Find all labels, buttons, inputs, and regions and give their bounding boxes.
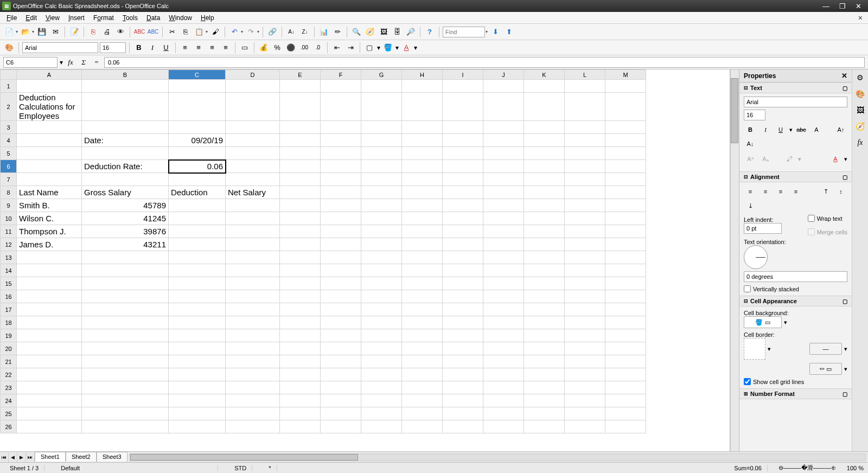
cell-I21[interactable]: [443, 355, 483, 368]
cell-C16[interactable]: [169, 290, 226, 303]
cell-L13[interactable]: [565, 251, 605, 264]
sidebar-shadow-button[interactable]: A: [810, 124, 823, 136]
cell-B4[interactable]: Date:: [82, 134, 169, 147]
cell-E12[interactable]: [280, 238, 321, 251]
cell-F10[interactable]: [321, 212, 361, 225]
cell-K2[interactable]: [524, 93, 565, 121]
cell-L6[interactable]: [565, 160, 605, 173]
cell-H16[interactable]: [402, 290, 443, 303]
cell-C6[interactable]: 0.06: [169, 160, 226, 173]
cell-H24[interactable]: [402, 394, 443, 407]
cell-I3[interactable]: [443, 121, 483, 134]
menu-help[interactable]: Help: [196, 13, 219, 23]
new-icon[interactable]: 📄: [3, 26, 15, 38]
col-header-F[interactable]: F: [321, 70, 361, 80]
cell-H8[interactable]: [402, 186, 443, 199]
cell-G19[interactable]: [361, 329, 402, 342]
cell-K4[interactable]: [524, 134, 565, 147]
cell-I22[interactable]: [443, 368, 483, 381]
cell-M26[interactable]: [605, 420, 646, 433]
cell-D26[interactable]: [226, 420, 280, 433]
cell-I14[interactable]: [443, 264, 483, 277]
cell-B22[interactable]: [82, 368, 169, 381]
name-box[interactable]: [3, 57, 58, 68]
cell-K3[interactable]: [524, 121, 565, 134]
sidebar-highlight-icon[interactable]: 🖍: [783, 153, 796, 165]
cell-F18[interactable]: [321, 316, 361, 329]
cell-D10[interactable]: [226, 212, 280, 225]
cell-H23[interactable]: [402, 381, 443, 394]
cell-J15[interactable]: [483, 277, 524, 290]
cell-C11[interactable]: [169, 225, 226, 238]
cell-K15[interactable]: [524, 277, 565, 290]
cell-E13[interactable]: [280, 251, 321, 264]
cell-E22[interactable]: [280, 368, 321, 381]
sidebar-valign-middle-icon[interactable]: ↕: [834, 186, 847, 197]
zoom-slider[interactable]: ⊖———�滑———⊕: [778, 464, 836, 472]
remove-decimal-icon[interactable]: .0: [312, 42, 324, 54]
cell-D21[interactable]: [226, 355, 280, 368]
cell-G20[interactable]: [361, 342, 402, 355]
cell-B19[interactable]: [82, 329, 169, 342]
cell-A2[interactable]: Deduction Calculations for Employees: [17, 93, 82, 121]
cell-F13[interactable]: [321, 251, 361, 264]
cell-I24[interactable]: [443, 394, 483, 407]
function-equals-icon[interactable]: =: [91, 57, 102, 68]
cell-L22[interactable]: [565, 368, 605, 381]
cell-A12[interactable]: James D.: [17, 238, 82, 251]
cell-D11[interactable]: [226, 225, 280, 238]
email-icon[interactable]: ✉: [49, 26, 61, 38]
cell-G10[interactable]: [361, 212, 402, 225]
cell-E17[interactable]: [280, 303, 321, 316]
copy-icon[interactable]: ⎘: [180, 26, 192, 38]
row-header-9[interactable]: 9: [1, 199, 17, 212]
cell-G6[interactable]: [361, 160, 402, 173]
cell-F22[interactable]: [321, 368, 361, 381]
cell-B1[interactable]: [82, 80, 169, 93]
cell-A26[interactable]: [17, 420, 82, 433]
cell-A1[interactable]: [17, 80, 82, 93]
sidebar-font-size[interactable]: [744, 110, 765, 120]
autospell-icon[interactable]: ABC: [147, 26, 159, 38]
cell-K10[interactable]: [524, 212, 565, 225]
cell-D15[interactable]: [226, 277, 280, 290]
cell-D18[interactable]: [226, 316, 280, 329]
cell-I25[interactable]: [443, 407, 483, 420]
cell-L7[interactable]: [565, 173, 605, 186]
row-header-17[interactable]: 17: [1, 303, 17, 316]
menu-insert[interactable]: Insert: [64, 13, 89, 23]
row-header-24[interactable]: 24: [1, 394, 17, 407]
cell-D16[interactable]: [226, 290, 280, 303]
add-decimal-icon[interactable]: .00: [298, 42, 310, 54]
orientation-wheel[interactable]: [744, 245, 768, 269]
cell-D8[interactable]: Net Salary: [226, 186, 280, 199]
gallery-icon[interactable]: 🖼: [378, 26, 390, 38]
cell-L10[interactable]: [565, 212, 605, 225]
cell-H10[interactable]: [402, 212, 443, 225]
cell-M17[interactable]: [605, 303, 646, 316]
cell-G25[interactable]: [361, 407, 402, 420]
cell-D24[interactable]: [226, 394, 280, 407]
cell-G4[interactable]: [361, 134, 402, 147]
row-header-23[interactable]: 23: [1, 381, 17, 394]
cell-L23[interactable]: [565, 381, 605, 394]
cell-J16[interactable]: [483, 290, 524, 303]
row-header-6[interactable]: 6: [1, 160, 17, 173]
bold-button[interactable]: B: [133, 42, 145, 54]
cell-M23[interactable]: [605, 381, 646, 394]
cell-H6[interactable]: [402, 160, 443, 173]
cell-A15[interactable]: [17, 277, 82, 290]
section-number-format[interactable]: ⊞Number Format▢: [739, 388, 852, 399]
cell-M7[interactable]: [605, 173, 646, 186]
cell-E10[interactable]: [280, 212, 321, 225]
cell-L15[interactable]: [565, 277, 605, 290]
left-indent-input[interactable]: [744, 223, 782, 234]
sidebar-align-left-icon[interactable]: ≡: [744, 186, 757, 197]
cell-K13[interactable]: [524, 251, 565, 264]
cell-C18[interactable]: [169, 316, 226, 329]
cell-E20[interactable]: [280, 342, 321, 355]
decrease-indent-icon[interactable]: ⇤: [331, 42, 343, 54]
cell-D4[interactable]: [226, 134, 280, 147]
horizontal-scrollbar[interactable]: [130, 453, 866, 461]
cell-D3[interactable]: [226, 121, 280, 134]
